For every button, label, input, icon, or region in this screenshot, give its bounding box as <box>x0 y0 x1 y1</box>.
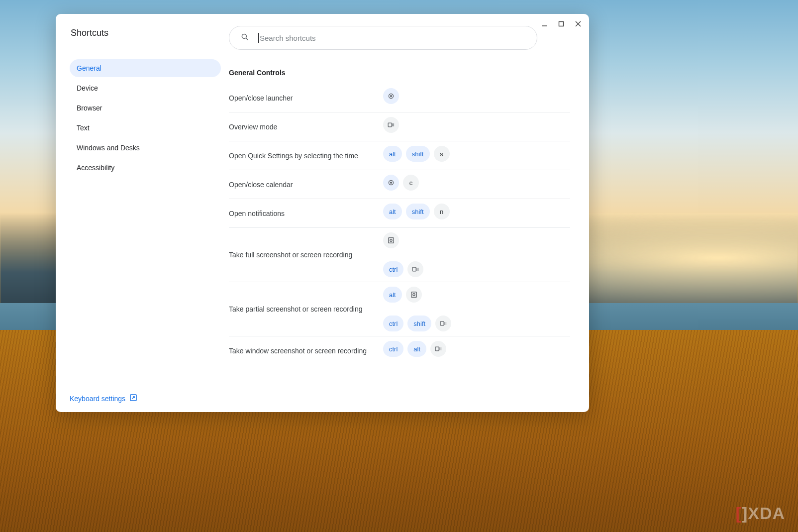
key-alt: alt <box>383 146 402 162</box>
svg-point-13 <box>390 182 392 184</box>
svg-point-15 <box>390 239 392 241</box>
screenshot-key-icon <box>406 287 422 303</box>
shortcut-row: Take window screenshot or screen recordi… <box>229 336 570 365</box>
shortcut-row: Open Quick Settings by selecting the tim… <box>229 141 570 170</box>
sidebar-item-accessibility[interactable]: Accessibility <box>70 159 221 177</box>
key-alt: alt <box>383 287 402 303</box>
svg-point-8 <box>390 95 392 97</box>
shortcut-combos: ctrlalt <box>383 341 570 357</box>
svg-rect-24 <box>435 347 439 351</box>
key-ctrl: ctrl <box>383 316 403 331</box>
search-input[interactable] <box>260 34 532 42</box>
shortcut-label: Open/close launcher <box>229 94 383 102</box>
key-combo: ctrlshift <box>383 316 570 331</box>
keyboard-settings-label: Keyboard settings <box>70 395 125 403</box>
screenshot-key-icon <box>383 232 399 248</box>
svg-rect-14 <box>389 238 394 243</box>
minimize-button[interactable] <box>539 19 549 29</box>
shortcut-row: Overview mode <box>229 112 570 141</box>
key-combo: ctrlalt <box>383 341 570 357</box>
key-s: s <box>434 146 450 162</box>
shortcut-label: Take window screenshot or screen recordi… <box>229 347 383 355</box>
key-ctrl: ctrl <box>383 261 403 277</box>
sidebar: Shortcuts GeneralDeviceBrowserTextWindow… <box>56 14 227 412</box>
key-combo <box>383 88 570 104</box>
key-combo: altshiftn <box>383 204 570 219</box>
overview-key-icon <box>383 117 399 133</box>
launcher-key-icon <box>383 175 399 191</box>
svg-rect-1 <box>559 22 564 26</box>
svg-line-6 <box>246 38 248 40</box>
shortcut-row: Take full screenshot or screen recording… <box>229 228 570 282</box>
key-alt: alt <box>407 341 426 357</box>
key-ctrl: ctrl <box>383 341 403 357</box>
shortcut-label: Open notifications <box>229 210 383 217</box>
close-button[interactable] <box>573 19 583 29</box>
shortcut-combos: altshiftn <box>383 204 570 219</box>
key-combo <box>383 232 570 248</box>
overview-key-icon <box>430 341 446 357</box>
maximize-button[interactable] <box>556 19 566 29</box>
sidebar-item-browser[interactable]: Browser <box>70 99 221 117</box>
key-c: c <box>403 175 419 191</box>
search-field[interactable] <box>229 26 537 50</box>
shortcut-combos: altctrlshift <box>383 287 570 331</box>
svg-point-20 <box>413 294 415 296</box>
key-combo: c <box>383 175 570 191</box>
main-content: General Controls Open/close launcherOver… <box>227 14 589 412</box>
sidebar-item-text[interactable]: Text <box>70 119 221 137</box>
window-controls <box>539 19 583 29</box>
shortcut-label: Open Quick Settings by selecting the tim… <box>229 152 383 160</box>
key-combo: ctrl <box>383 261 570 277</box>
key-shift: shift <box>407 316 431 331</box>
overview-key-icon <box>435 316 451 331</box>
launcher-key-icon <box>383 88 399 104</box>
key-alt: alt <box>383 204 402 219</box>
key-combo: alt <box>383 287 570 303</box>
shortcut-row: Open/close calendarc <box>229 170 570 199</box>
shortcuts-window: Shortcuts GeneralDeviceBrowserTextWindow… <box>56 14 589 412</box>
shortcut-label: Open/close calendar <box>229 181 383 189</box>
shortcut-label: Take full screenshot or screen recording <box>229 251 383 259</box>
shortcut-label: Take partial screenshot or screen record… <box>229 305 383 313</box>
open-external-icon <box>129 394 137 403</box>
svg-rect-19 <box>411 292 416 298</box>
overview-key-icon <box>407 261 423 277</box>
sidebar-nav: GeneralDeviceBrowserTextWindows and Desk… <box>70 59 221 177</box>
section-title: General Controls <box>229 69 570 77</box>
shortcut-combos: altshifts <box>383 146 570 162</box>
svg-point-5 <box>242 34 246 38</box>
shortcut-row: Open/close launcher <box>229 84 570 112</box>
key-shift: shift <box>406 146 430 162</box>
svg-rect-21 <box>440 321 444 325</box>
svg-rect-16 <box>413 267 416 271</box>
key-combo <box>383 117 570 133</box>
svg-rect-9 <box>388 123 392 127</box>
shortcut-label: Overview mode <box>229 123 383 131</box>
shortcut-combos <box>383 88 570 104</box>
shortcut-row: Take partial screenshot or screen record… <box>229 282 570 336</box>
key-combo: altshifts <box>383 146 570 162</box>
shortcut-row: Open notificationsaltshiftn <box>229 199 570 228</box>
shortcuts-list: Open/close launcherOverview modeOpen Qui… <box>229 84 570 365</box>
sidebar-item-windows-and-desks[interactable]: Windows and Desks <box>70 139 221 157</box>
key-shift: shift <box>406 204 430 219</box>
search-icon <box>240 32 258 43</box>
sidebar-item-general[interactable]: General <box>70 59 221 77</box>
app-title: Shortcuts <box>71 28 221 38</box>
text-caret <box>258 33 259 43</box>
keyboard-settings-link[interactable]: Keyboard settings <box>70 394 137 403</box>
shortcut-combos <box>383 117 570 133</box>
shortcut-combos: ctrl <box>383 232 570 277</box>
sidebar-item-device[interactable]: Device <box>70 79 221 97</box>
key-n: n <box>434 204 450 219</box>
shortcut-combos: c <box>383 175 570 191</box>
